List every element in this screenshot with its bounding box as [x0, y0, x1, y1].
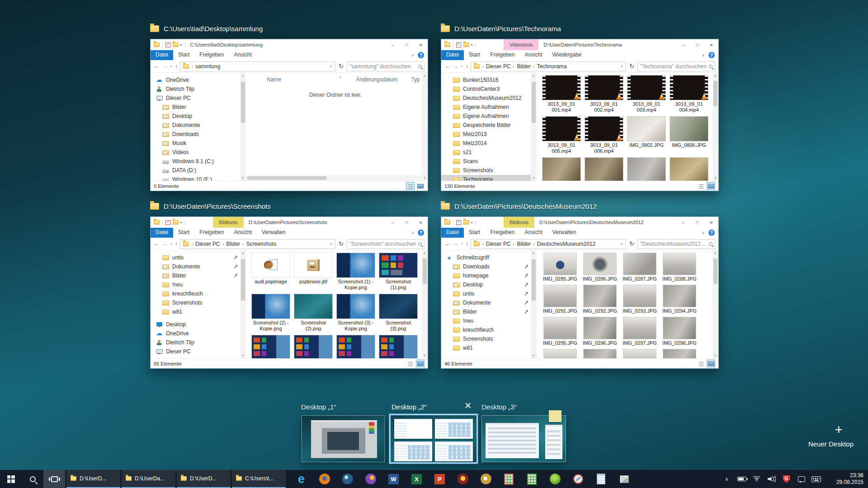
refresh-icon[interactable]: ↻ [628, 240, 635, 247]
ribbon-collapse-icon[interactable]: ∨ [411, 53, 414, 57]
sidebar-item-dieser-pc[interactable]: Dieser PC [151, 94, 240, 103]
desktop-2-thumbnail[interactable] [389, 414, 478, 464]
breadcrumb-item[interactable]: Bilder [517, 241, 531, 247]
sidebar-item--neu[interactable]: !neu [151, 280, 240, 289]
thumbnails-view-button[interactable] [416, 182, 425, 190]
taskbar-app-explorer-3[interactable]: D:\UserD... [177, 470, 231, 488]
ribbon-tool-tab[interactable]: Bildtools [504, 217, 534, 228]
nav-scrollbar[interactable]: ∧∨ [240, 73, 246, 181]
breadcrumb[interactable]: ›Dieser PC›Bilder›DeutschesMuseum2012∨ [471, 239, 626, 249]
sidebar-item-homepage[interactable]: homepage [441, 271, 531, 280]
file-item[interactable]: 3013_09_01 005.mp4 [542, 117, 581, 154]
excel-icon[interactable]: X [405, 470, 428, 488]
forward-button[interactable]: → [453, 63, 458, 69]
untis-icon[interactable] [520, 470, 543, 488]
desktop-1-thumbnail[interactable] [302, 415, 385, 462]
file-item[interactable]: IMG_0297.JPG [622, 317, 658, 347]
help-icon[interactable]: ? [418, 52, 424, 58]
action-center-icon[interactable] [794, 470, 809, 488]
sidebar-item-screenshots[interactable]: Screenshots [151, 298, 240, 307]
sidebar-item-gespeicherte-bilder[interactable]: Gespeicherte Bilder [441, 121, 531, 130]
snipping-tool-icon[interactable] [566, 470, 590, 488]
scroll-up-icon[interactable]: ∧ [714, 74, 717, 78]
scrollbar-thumb[interactable] [247, 176, 326, 180]
file-item[interactable]: 3013_09_01 004.mp4 [670, 75, 708, 113]
firefox-icon[interactable] [313, 470, 336, 488]
minimize-button[interactable]: – [676, 39, 690, 50]
scrollbar-track[interactable] [422, 255, 428, 353]
file-item[interactable]: IMG_0814.JPG [670, 158, 708, 181]
sidebar-item-desktop[interactable]: Desktop [441, 280, 531, 289]
media-player-2-icon[interactable] [474, 470, 497, 488]
sidebar-item-technorama[interactable]: Technorama [441, 175, 531, 181]
close-button[interactable]: × [414, 217, 428, 228]
ribbon-collapse-icon[interactable]: ∨ [702, 230, 705, 235]
ribbon-tab-freigeben[interactable]: Freigeben [485, 228, 519, 238]
quick-access-caret-icon[interactable]: ▾ [180, 43, 182, 47]
file-item[interactable]: 3013_09_01 006.mp4 [585, 117, 623, 154]
back-button[interactable]: ← [154, 63, 160, 69]
search-input[interactable]: "sammlung" durchsuchen [347, 61, 425, 71]
sidebar-item-bilder[interactable]: Bilder [151, 103, 240, 112]
ribbon-tab-wiedergabe[interactable]: Wiedergabe [547, 50, 587, 60]
recent-locations-icon[interactable]: ∨ [461, 242, 463, 246]
ribbon-tab-ansicht[interactable]: Ansicht [519, 50, 547, 60]
title-bar[interactable]: |▾|C:\Users\tiad\Desktop\sammlung–□× [151, 39, 428, 50]
sidebar-item-eigene-aufnahmen[interactable]: Eigene Aufnahmen [441, 112, 531, 121]
scrollbar-thumb[interactable] [532, 259, 536, 300]
scroll-up-icon[interactable]: ∧ [242, 251, 245, 255]
maximize-button[interactable]: □ [400, 217, 414, 228]
sidebar-item-windows-8-1-c-[interactable]: Windows 8.1 (C:) [151, 157, 240, 166]
breadcrumb-item[interactable]: Dieser PC [195, 241, 220, 247]
address-dropdown-icon[interactable]: ∨ [330, 64, 332, 68]
maximize-button[interactable]: □ [690, 217, 704, 228]
task-view-button[interactable] [43, 470, 65, 488]
file-item[interactable]: IMG_0292.JPG [582, 285, 618, 314]
sidebar-item-videos[interactable]: Videos [151, 148, 240, 157]
scrollbar-track[interactable] [240, 255, 246, 353]
scroll-down-icon[interactable]: ∨ [424, 353, 426, 357]
file-item[interactable]: 3013_09_01 003.mp4 [627, 75, 666, 113]
file-item[interactable] [582, 349, 618, 358]
address-dropdown-icon[interactable]: ∨ [620, 64, 623, 68]
file-item[interactable] [294, 335, 333, 358]
sidebar-item-bunker150316[interactable]: Bunker150316 [441, 75, 531, 84]
scroll-down-icon[interactable]: ∨ [424, 176, 426, 180]
sidebar-item-data-d-[interactable]: DATA (D:) [151, 166, 240, 175]
sidebar-item-bilder[interactable]: Bilder [441, 307, 531, 316]
sidebar-item-kreuchfleuch[interactable]: kreuchfleuch [151, 289, 240, 298]
details-view-button[interactable] [406, 360, 415, 367]
sidebar-item-desktop[interactable]: Desktop [151, 112, 240, 121]
scroll-down-icon[interactable]: ∨ [533, 353, 535, 357]
thumbnails-view-button[interactable] [707, 360, 715, 367]
maximize-button[interactable]: □ [400, 39, 414, 50]
up-button[interactable]: ↑ [175, 63, 178, 69]
scroll-down-icon[interactable]: ∨ [533, 176, 535, 180]
ribbon-tab-ansicht[interactable]: Ansicht [519, 228, 547, 238]
sidebar-item-screenshots[interactable]: Screenshots [441, 166, 531, 175]
nav-scrollbar[interactable]: ∧∨ [531, 73, 537, 181]
file-item[interactable]: Screenshot (1) - Kopie.png [336, 253, 375, 291]
back-button[interactable]: ← [444, 63, 450, 69]
close-button[interactable]: × [414, 39, 428, 50]
news-reader-icon[interactable] [613, 470, 636, 488]
file-item[interactable] [622, 349, 658, 358]
sidebar-item-metz2014[interactable]: Metz2014 [441, 139, 531, 148]
file-item[interactable] [379, 335, 418, 358]
sidebar-item-w81[interactable]: w81 [441, 343, 531, 352]
column-header-type[interactable]: Typ [411, 76, 420, 83]
sidebar-item-kreuchfleuch[interactable]: kreuchfleuch [441, 325, 531, 334]
file-item[interactable]: pspbrwse.jbf [294, 253, 333, 291]
quick-access-caret-icon[interactable]: ▾ [180, 221, 182, 225]
file-item[interactable]: IMG_0293.JPG [622, 285, 658, 314]
back-button[interactable]: ← [154, 241, 160, 247]
scrollbar-thumb[interactable] [423, 258, 427, 284]
help-icon[interactable]: ? [418, 230, 424, 236]
sidebar-item-downloads[interactable]: Downloads [151, 130, 240, 139]
browser-icon[interactable] [359, 470, 382, 488]
sidebar-item-bilder[interactable]: Bilder [151, 271, 240, 280]
close-button[interactable]: × [704, 217, 718, 228]
scroll-up-icon[interactable]: ∧ [533, 74, 535, 78]
scrollbar-track[interactable] [531, 78, 537, 176]
scrollbar-track[interactable] [712, 78, 718, 176]
